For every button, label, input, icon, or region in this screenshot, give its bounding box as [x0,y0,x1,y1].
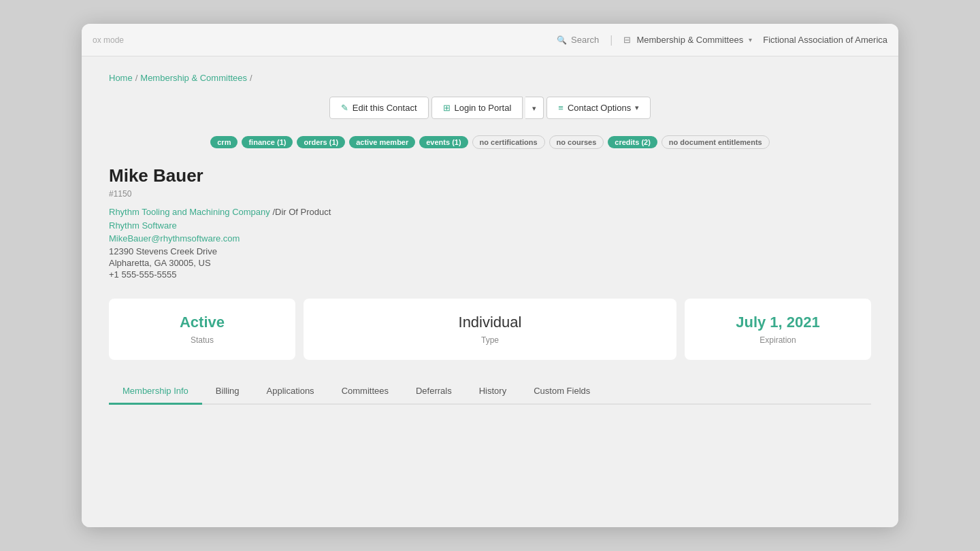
status-value: Active [180,314,225,331]
edit-button-label: Edit this Contact [353,103,417,113]
tag-no-certifications[interactable]: no certifications [472,135,545,149]
contact-name: Mike Bauer [109,165,871,186]
page-content: Home / Membership & Committees / ✎ Edit … [82,56,898,527]
edit-icon: ✎ [341,103,348,113]
contact-company-link[interactable]: Rhythm Tooling and Machining Company [109,207,270,217]
breadcrumb: Home / Membership & Committees / [109,73,871,83]
contact-address2: Alpharetta, GA 30005, US [109,258,871,268]
breadcrumb-sep-2: / [250,73,252,83]
contact-title: /Dir Of Product [270,207,331,217]
tab-custom-fields[interactable]: Custom Fields [520,379,604,405]
tag-credits[interactable]: credits (2) [608,136,657,148]
nav-icon: ⊟ [623,35,631,45]
contact-company-row: Rhythm Tooling and Machining Company /Di… [109,205,871,218]
tab-membership-info[interactable]: Membership Info [109,379,202,405]
browser-bar: ox mode 🔍 Search | ⊟ Membership & Commit… [82,24,898,56]
expiration-label: Expiration [760,335,796,345]
browser-nav: ⊟ Membership & Committees ▾ [623,35,752,45]
contact-info-block: Mike Bauer #1150 Rhythm Tooling and Mach… [109,165,871,280]
options-chevron-icon: ▾ [635,103,639,112]
tab-applications[interactable]: Applications [253,379,328,405]
tag-crm[interactable]: crm [210,136,238,148]
login-button-label: Login to Portal [455,103,512,113]
browser-search-area[interactable]: 🔍 Search [557,35,599,45]
status-label: Status [191,335,214,345]
breadcrumb-sep-1: / [135,73,138,83]
action-buttons-row: ✎ Edit this Contact ⊞ Login to Portal ▾ … [109,97,871,119]
tag-events[interactable]: events (1) [419,136,468,148]
breadcrumb-section[interactable]: Membership & Committees [140,73,247,83]
type-label: Type [481,335,499,345]
org-name-label: Fictional Association of America [763,35,887,45]
tabs-row: Membership Info Billing Applications Com… [109,379,871,405]
tab-history[interactable]: History [466,379,520,405]
contact-section: Mike Bauer #1150 Rhythm Tooling and Mach… [109,165,871,280]
browser-window: ox mode 🔍 Search | ⊟ Membership & Commit… [82,24,898,527]
options-icon: ≡ [558,103,564,113]
breadcrumb-home[interactable]: Home [109,73,133,83]
search-label: Search [571,35,599,45]
status-card-active: Active Status [109,299,295,360]
browser-mode-label: ox mode [93,35,124,45]
contact-phone: +1 555-555-5555 [109,269,871,280]
contact-email-link[interactable]: MikeBauer@rhythmsoftware.com [109,233,871,244]
tag-finance[interactable]: finance (1) [242,136,293,148]
login-to-portal-button[interactable]: ⊞ Login to Portal [431,97,523,119]
tab-billing[interactable]: Billing [202,379,253,405]
edit-contact-button[interactable]: ✎ Edit this Contact [329,97,429,119]
tag-active-member[interactable]: active member [349,136,415,148]
login-icon: ⊞ [443,103,451,113]
contact-software-link[interactable]: Rhythm Software [109,220,871,231]
tag-no-courses[interactable]: no courses [549,135,604,149]
tag-no-document-entitlements[interactable]: no document entitlements [662,135,770,149]
options-button-label: Contact Options [568,103,631,113]
nav-chevron-icon: ▾ [749,36,752,44]
status-card-type: Individual Type [304,299,676,360]
contact-address1: 12390 Stevens Creek Drive [109,246,871,256]
tag-orders[interactable]: orders (1) [297,136,345,148]
tags-row: crm finance (1) orders (1) active member… [109,135,871,149]
login-dropdown-button[interactable]: ▾ [525,97,544,119]
expiration-value: July 1, 2021 [736,314,820,331]
contact-options-button[interactable]: ≡ Contact Options ▾ [546,97,651,119]
search-icon: 🔍 [557,35,567,45]
login-dropdown-chevron-icon: ▾ [532,104,536,112]
nav-label: Membership & Committees [636,35,743,45]
tab-deferrals[interactable]: Deferrals [402,379,466,405]
status-cards: Active Status Individual Type July 1, 20… [109,299,871,360]
type-value: Individual [459,314,522,331]
status-card-expiration: July 1, 2021 Expiration [685,299,871,360]
tab-committees[interactable]: Committees [328,379,402,405]
contact-id: #1150 [109,189,871,199]
